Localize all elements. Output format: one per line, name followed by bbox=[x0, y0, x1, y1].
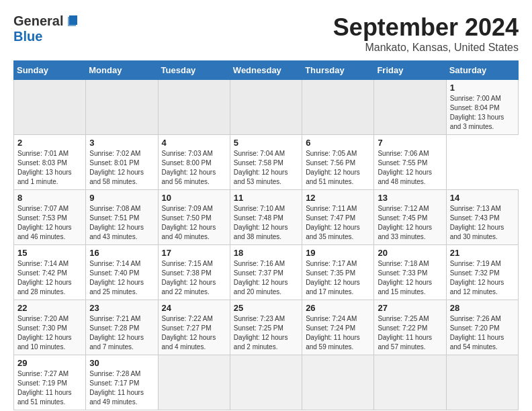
calendar-day-cell: 17Sunrise: 7:15 AMSunset: 7:38 PMDayligh… bbox=[158, 245, 230, 300]
day-number: 15 bbox=[17, 248, 82, 258]
day-info: Sunrise: 7:22 AMSunset: 7:27 PMDaylight:… bbox=[162, 314, 226, 352]
day-number: 5 bbox=[234, 138, 298, 148]
day-number: 4 bbox=[162, 138, 226, 148]
calendar-day-cell: 6Sunrise: 7:05 AMSunset: 7:56 PMDaylight… bbox=[302, 135, 374, 190]
calendar-day-cell: 20Sunrise: 7:18 AMSunset: 7:33 PMDayligh… bbox=[374, 245, 446, 300]
day-of-week-header: Sunday bbox=[14, 61, 86, 80]
logo-icon bbox=[64, 14, 79, 29]
logo-blue-text: Blue bbox=[13, 29, 42, 44]
day-number: 30 bbox=[89, 358, 154, 368]
calendar-week-row: 2Sunrise: 7:01 AMSunset: 8:03 PMDaylight… bbox=[14, 135, 519, 190]
day-info: Sunrise: 7:20 AMSunset: 7:30 PMDaylight:… bbox=[17, 314, 82, 352]
day-number: 19 bbox=[306, 248, 370, 258]
calendar-day-cell: 21Sunrise: 7:19 AMSunset: 7:32 PMDayligh… bbox=[446, 245, 518, 300]
day-number: 17 bbox=[162, 248, 226, 258]
day-of-week-header: Saturday bbox=[446, 61, 518, 80]
calendar-day-cell: 19Sunrise: 7:17 AMSunset: 7:35 PMDayligh… bbox=[302, 245, 374, 300]
calendar-day-cell: 16Sunrise: 7:14 AMSunset: 7:40 PMDayligh… bbox=[86, 245, 158, 300]
day-info: Sunrise: 7:19 AMSunset: 7:32 PMDaylight:… bbox=[450, 259, 515, 297]
calendar-day-cell: 22Sunrise: 7:20 AMSunset: 7:30 PMDayligh… bbox=[14, 300, 86, 355]
day-info: Sunrise: 7:01 AMSunset: 8:03 PMDaylight:… bbox=[17, 149, 82, 187]
calendar-day-cell: 29Sunrise: 7:27 AMSunset: 7:19 PMDayligh… bbox=[14, 355, 86, 410]
day-info: Sunrise: 7:27 AMSunset: 7:19 PMDaylight:… bbox=[17, 369, 82, 407]
calendar-day-cell: 26Sunrise: 7:24 AMSunset: 7:24 PMDayligh… bbox=[302, 300, 374, 355]
day-number: 22 bbox=[17, 303, 82, 313]
calendar-day-cell: 1Sunrise: 7:00 AMSunset: 8:04 PMDaylight… bbox=[446, 80, 518, 135]
empty-cell bbox=[158, 355, 230, 410]
day-number: 7 bbox=[378, 138, 442, 148]
day-info: Sunrise: 7:23 AMSunset: 7:25 PMDaylight:… bbox=[234, 314, 298, 352]
calendar-day-cell: 25Sunrise: 7:23 AMSunset: 7:25 PMDayligh… bbox=[230, 300, 302, 355]
svg-marker-1 bbox=[68, 17, 76, 26]
day-info: Sunrise: 7:07 AMSunset: 7:53 PMDaylight:… bbox=[17, 204, 82, 242]
month-title: September 2024 bbox=[333, 13, 519, 42]
calendar-day-cell: 27Sunrise: 7:25 AMSunset: 7:22 PMDayligh… bbox=[374, 300, 446, 355]
day-of-week-header: Thursday bbox=[302, 61, 374, 80]
day-info: Sunrise: 7:08 AMSunset: 7:51 PMDaylight:… bbox=[89, 204, 154, 242]
day-number: 11 bbox=[234, 193, 298, 203]
day-info: Sunrise: 7:03 AMSunset: 8:00 PMDaylight:… bbox=[162, 149, 226, 187]
day-number: 13 bbox=[378, 193, 442, 203]
day-number: 29 bbox=[17, 358, 82, 368]
day-info: Sunrise: 7:04 AMSunset: 7:58 PMDaylight:… bbox=[234, 149, 298, 187]
calendar-table: SundayMondayTuesdayWednesdayThursdayFrid… bbox=[13, 60, 519, 410]
day-info: Sunrise: 7:16 AMSunset: 7:37 PMDaylight:… bbox=[234, 259, 298, 297]
calendar-day-cell: 13Sunrise: 7:12 AMSunset: 7:45 PMDayligh… bbox=[374, 190, 446, 245]
day-number: 18 bbox=[234, 248, 298, 258]
empty-cell bbox=[158, 80, 230, 135]
day-number: 24 bbox=[162, 303, 226, 313]
day-info: Sunrise: 7:26 AMSunset: 7:20 PMDaylight:… bbox=[450, 314, 515, 352]
day-number: 27 bbox=[378, 303, 442, 313]
calendar-header-row: SundayMondayTuesdayWednesdayThursdayFrid… bbox=[14, 61, 519, 80]
day-info: Sunrise: 7:11 AMSunset: 7:47 PMDaylight:… bbox=[306, 204, 370, 242]
calendar-day-cell: 30Sunrise: 7:28 AMSunset: 7:17 PMDayligh… bbox=[86, 355, 158, 410]
day-number: 9 bbox=[89, 193, 154, 203]
day-info: Sunrise: 7:06 AMSunset: 7:55 PMDaylight:… bbox=[378, 149, 442, 187]
day-number: 14 bbox=[450, 193, 515, 203]
calendar-day-cell: 15Sunrise: 7:14 AMSunset: 7:42 PMDayligh… bbox=[14, 245, 86, 300]
logo: General Blue bbox=[13, 13, 79, 44]
empty-cell bbox=[302, 355, 374, 410]
day-info: Sunrise: 7:25 AMSunset: 7:22 PMDaylight:… bbox=[378, 314, 442, 352]
title-area: September 2024 Mankato, Kansas, United S… bbox=[333, 13, 519, 54]
day-info: Sunrise: 7:09 AMSunset: 7:50 PMDaylight:… bbox=[162, 204, 226, 242]
day-number: 3 bbox=[89, 138, 154, 148]
day-of-week-header: Wednesday bbox=[230, 61, 302, 80]
calendar-day-cell: 11Sunrise: 7:10 AMSunset: 7:48 PMDayligh… bbox=[230, 190, 302, 245]
day-info: Sunrise: 7:14 AMSunset: 7:42 PMDaylight:… bbox=[17, 259, 82, 297]
day-number: 28 bbox=[450, 303, 515, 313]
calendar-day-cell: 7Sunrise: 7:06 AMSunset: 7:55 PMDaylight… bbox=[374, 135, 446, 190]
day-info: Sunrise: 7:24 AMSunset: 7:24 PMDaylight:… bbox=[306, 314, 370, 352]
day-number: 1 bbox=[450, 83, 515, 93]
day-number: 2 bbox=[17, 138, 82, 148]
day-info: Sunrise: 7:05 AMSunset: 7:56 PMDaylight:… bbox=[306, 149, 370, 187]
day-info: Sunrise: 7:02 AMSunset: 8:01 PMDaylight:… bbox=[89, 149, 154, 187]
calendar-week-row: 29Sunrise: 7:27 AMSunset: 7:19 PMDayligh… bbox=[14, 355, 519, 410]
calendar-day-cell: 23Sunrise: 7:21 AMSunset: 7:28 PMDayligh… bbox=[86, 300, 158, 355]
calendar-day-cell: 8Sunrise: 7:07 AMSunset: 7:53 PMDaylight… bbox=[14, 190, 86, 245]
calendar-day-cell: 14Sunrise: 7:13 AMSunset: 7:43 PMDayligh… bbox=[446, 190, 518, 245]
empty-cell bbox=[230, 355, 302, 410]
empty-cell bbox=[374, 355, 446, 410]
day-number: 8 bbox=[17, 193, 82, 203]
empty-cell bbox=[230, 80, 302, 135]
day-info: Sunrise: 7:13 AMSunset: 7:43 PMDaylight:… bbox=[450, 204, 515, 242]
empty-cell bbox=[374, 80, 446, 135]
day-number: 26 bbox=[306, 303, 370, 313]
day-info: Sunrise: 7:17 AMSunset: 7:35 PMDaylight:… bbox=[306, 259, 370, 297]
calendar-day-cell: 5Sunrise: 7:04 AMSunset: 7:58 PMDaylight… bbox=[230, 135, 302, 190]
empty-cell bbox=[302, 80, 374, 135]
day-info: Sunrise: 7:12 AMSunset: 7:45 PMDaylight:… bbox=[378, 204, 442, 242]
day-info: Sunrise: 7:21 AMSunset: 7:28 PMDaylight:… bbox=[89, 314, 154, 352]
empty-cell bbox=[14, 80, 86, 135]
calendar-day-cell: 18Sunrise: 7:16 AMSunset: 7:37 PMDayligh… bbox=[230, 245, 302, 300]
empty-cell bbox=[446, 355, 518, 410]
location-title: Mankato, Kansas, United States bbox=[333, 42, 519, 54]
calendar-week-row: 15Sunrise: 7:14 AMSunset: 7:42 PMDayligh… bbox=[14, 245, 519, 300]
calendar-week-row: 1Sunrise: 7:00 AMSunset: 8:04 PMDaylight… bbox=[14, 80, 519, 135]
day-info: Sunrise: 7:15 AMSunset: 7:38 PMDaylight:… bbox=[162, 259, 226, 297]
day-number: 21 bbox=[450, 248, 515, 258]
calendar-day-cell: 4Sunrise: 7:03 AMSunset: 8:00 PMDaylight… bbox=[158, 135, 230, 190]
day-info: Sunrise: 7:18 AMSunset: 7:33 PMDaylight:… bbox=[378, 259, 442, 297]
day-info: Sunrise: 7:00 AMSunset: 8:04 PMDaylight:… bbox=[450, 94, 515, 132]
